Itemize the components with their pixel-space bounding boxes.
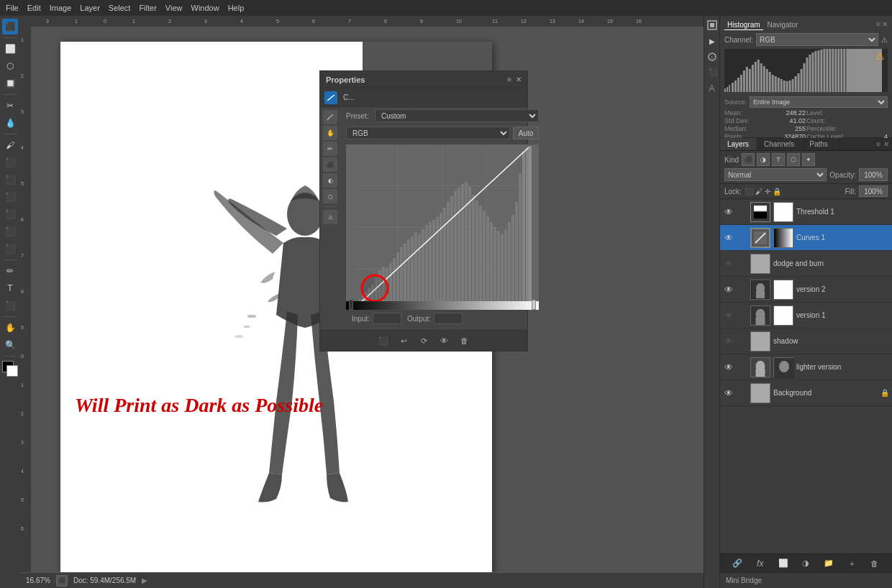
rs-tool-1[interactable] bbox=[706, 19, 719, 32]
tool-text[interactable]: T bbox=[2, 280, 18, 296]
tool-brush[interactable]: 🖌 bbox=[2, 137, 18, 153]
layers-panel-expand[interactable]: ✕ bbox=[883, 140, 889, 148]
source-select[interactable]: Entire Image bbox=[750, 96, 888, 108]
footer-icon-reset[interactable]: ↩ bbox=[396, 334, 411, 348]
kind-icon-adjustment[interactable]: ◑ bbox=[757, 153, 770, 166]
tool-marquee[interactable]: ⬜ bbox=[2, 41, 18, 57]
menu-select[interactable]: Select bbox=[109, 4, 131, 12]
lock-position[interactable]: ✛ bbox=[765, 188, 770, 196]
curves-tool-6[interactable]: ⚠ bbox=[323, 210, 337, 224]
curves-graph[interactable] bbox=[346, 144, 539, 310]
fx-btn[interactable]: fx bbox=[753, 556, 768, 571]
delete-layer-btn[interactable]: 🗑 bbox=[868, 556, 882, 571]
tool-eraser[interactable]: ⬛ bbox=[2, 189, 18, 205]
tool-zoom[interactable]: 🔍 bbox=[2, 337, 18, 353]
curves-icon-tab[interactable] bbox=[324, 91, 337, 104]
curves-tool-1[interactable] bbox=[323, 110, 337, 124]
navigator-tab[interactable]: Navigator bbox=[765, 20, 801, 30]
menu-layer[interactable]: Layer bbox=[80, 4, 100, 12]
panel-expand-icon[interactable]: ≡ bbox=[507, 75, 511, 83]
menu-window[interactable]: Window bbox=[191, 4, 219, 12]
rs-tool-4[interactable]: ⬛ bbox=[706, 66, 719, 79]
hist-warning-icon[interactable]: ⚠ bbox=[881, 36, 888, 44]
footer-icon-visibility[interactable]: 👁 bbox=[437, 334, 451, 348]
tool-lasso[interactable]: ⬡ bbox=[2, 58, 18, 74]
tool-blur[interactable]: ⬛ bbox=[2, 224, 18, 239]
layer-item-version1[interactable]: 👁 version 1 bbox=[720, 303, 892, 329]
tool-stamp[interactable]: ⬛ bbox=[2, 155, 18, 170]
layer-vis-version2[interactable]: 👁 bbox=[723, 284, 734, 295]
histogram-tab[interactable]: Histogram bbox=[724, 20, 763, 30]
layer-vis-curves[interactable]: 👁 bbox=[723, 232, 734, 244]
add-mask-btn[interactable]: ⬜ bbox=[776, 556, 791, 571]
tool-move[interactable]: ⬛ bbox=[2, 19, 18, 35]
menu-view[interactable]: View bbox=[165, 4, 183, 12]
layer-vis-lighter[interactable]: 👁 bbox=[723, 362, 734, 373]
blend-mode-select[interactable]: Normal bbox=[724, 168, 827, 181]
rs-tool-5[interactable]: A bbox=[706, 82, 719, 95]
curves-tool-5[interactable]: ◻ bbox=[323, 189, 337, 203]
curves-tool-4[interactable]: ◐ bbox=[323, 173, 337, 188]
layer-vis-shadow[interactable]: 👁 bbox=[723, 336, 734, 347]
menu-file[interactable]: File bbox=[6, 4, 19, 12]
histogram-menu[interactable]: ≡ bbox=[876, 20, 880, 30]
lock-all[interactable]: 🔒 bbox=[773, 188, 781, 196]
layers-tab[interactable]: Layers bbox=[720, 138, 757, 150]
tool-magic-wand[interactable]: 🔲 bbox=[2, 75, 18, 91]
footer-icon-clip[interactable]: ⬛ bbox=[376, 334, 391, 348]
footer-icon-trash[interactable]: 🗑 bbox=[457, 334, 471, 348]
menu-edit[interactable]: Edit bbox=[27, 4, 41, 12]
rs-tool-2[interactable]: ▶ bbox=[706, 35, 719, 47]
tool-dodge[interactable]: ⬛ bbox=[2, 241, 18, 257]
tool-hand[interactable]: ✋ bbox=[2, 320, 18, 336]
layer-item-shadow[interactable]: 👁 shadow bbox=[720, 329, 892, 354]
tool-shape[interactable]: ⬛ bbox=[2, 298, 18, 313]
channel-select[interactable]: RGB bbox=[346, 127, 510, 139]
doc-arrow[interactable]: ▶ bbox=[142, 576, 147, 584]
histogram-close[interactable]: ✕ bbox=[882, 20, 888, 30]
menu-help[interactable]: Help bbox=[228, 4, 245, 12]
kind-icon-type[interactable]: T bbox=[772, 153, 785, 166]
kind-icon-shape[interactable]: ⬡ bbox=[787, 153, 800, 166]
layer-vis-background[interactable]: 👁 bbox=[723, 387, 734, 399]
kind-icon-smart[interactable]: ✦ bbox=[802, 153, 815, 166]
layer-vis-dodge[interactable]: 👁 bbox=[723, 258, 734, 270]
status-icon[interactable]: ⬛ bbox=[56, 575, 68, 587]
lock-transparent[interactable]: ⬛ bbox=[745, 188, 753, 196]
layer-item-threshold[interactable]: 👁 Threshold 1 bbox=[720, 199, 892, 225]
curves-tool-2[interactable]: ✋ bbox=[323, 126, 337, 140]
tool-history[interactable]: ⬛ bbox=[2, 172, 18, 188]
layer-item-background[interactable]: 👁 Background 🔒 bbox=[720, 380, 892, 406]
footer-icon-delete[interactable]: ⟳ bbox=[417, 334, 431, 348]
preset-select[interactable]: Custom bbox=[375, 109, 539, 122]
link-layers-btn[interactable]: 🔗 bbox=[730, 556, 745, 571]
layer-item-lighter[interactable]: 👁 lighter version bbox=[720, 354, 892, 380]
panel-close-icon[interactable]: ✕ bbox=[516, 75, 522, 83]
adjustment-btn[interactable]: ◑ bbox=[798, 556, 813, 571]
auto-button[interactable]: Auto bbox=[513, 127, 539, 139]
curves-tool-3[interactable]: ⬛ bbox=[323, 157, 337, 172]
layer-item-dodge[interactable]: 👁 dodge and burn bbox=[720, 251, 892, 277]
menu-filter[interactable]: Filter bbox=[139, 4, 156, 12]
rs-tool-3[interactable]: i bbox=[706, 50, 719, 63]
layer-vis-version1[interactable]: 👁 bbox=[723, 310, 734, 321]
mini-bridge-panel[interactable]: Mini Bridge bbox=[720, 572, 892, 588]
paths-tab[interactable]: Paths bbox=[802, 138, 836, 150]
curves-tool-pencil[interactable]: ✏ bbox=[323, 142, 337, 156]
new-layer-btn[interactable]: + bbox=[845, 556, 859, 571]
tool-crop[interactable]: ✂ bbox=[2, 98, 18, 114]
layer-item-version2[interactable]: 👁 version 2 bbox=[720, 277, 892, 303]
channels-tab[interactable]: Channels bbox=[757, 138, 802, 150]
output-value[interactable] bbox=[434, 313, 463, 324]
layer-vis-threshold[interactable]: 👁 bbox=[723, 206, 734, 218]
menu-image[interactable]: Image bbox=[50, 4, 72, 12]
foreground-color[interactable] bbox=[2, 361, 18, 377]
group-btn[interactable]: 📁 bbox=[822, 556, 836, 571]
tool-eyedropper[interactable]: 💧 bbox=[2, 115, 18, 131]
fill-input[interactable] bbox=[859, 185, 888, 197]
lock-image[interactable]: 🖌 bbox=[755, 188, 763, 196]
input-value[interactable] bbox=[373, 313, 401, 324]
tool-pen[interactable]: ✏ bbox=[2, 263, 18, 279]
layers-panel-menu[interactable]: ≡ bbox=[876, 140, 880, 148]
tool-gradient[interactable]: ⬛ bbox=[2, 206, 18, 222]
